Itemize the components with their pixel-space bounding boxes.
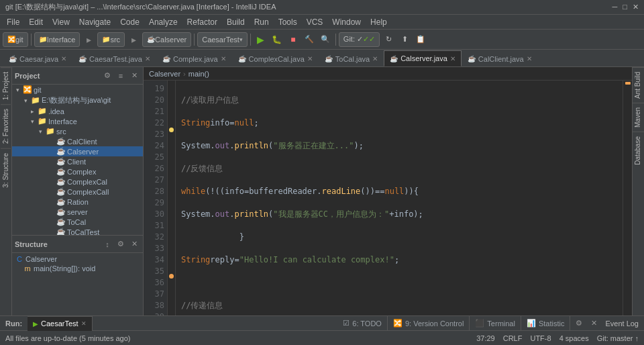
tree-item-tocal[interactable]: ▸ ☕ ToCal	[12, 217, 143, 227]
tab-calclient-close[interactable]: ✕	[527, 55, 532, 62]
tab-complex-close[interactable]: ✕	[221, 55, 226, 62]
tab-caesar-close[interactable]: ✕	[61, 55, 66, 62]
toolbar-git-status[interactable]: Git: ✓ ✓ ✓	[339, 32, 380, 47]
menu-help[interactable]: Help	[366, 16, 391, 28]
bottom-settings-btn[interactable]: ⚙	[573, 317, 585, 330]
tree-item-server[interactable]: ▸ ☕ server	[12, 207, 143, 217]
menu-vcs[interactable]: VCS	[303, 16, 327, 28]
breadcrumb-main[interactable]: main()	[189, 70, 209, 78]
right-label-ant[interactable]: Ant Build	[633, 67, 644, 103]
toolbar-search[interactable]: 🔍	[318, 32, 333, 47]
tab-calserver[interactable]: ☕ Calserver.java ✕	[384, 50, 462, 66]
code-line-22: //反馈信息	[181, 163, 617, 175]
menu-analyze[interactable]: Analyze	[145, 16, 182, 28]
status-encoding[interactable]: UTF-8	[530, 334, 551, 342]
tab-complex[interactable]: ☕ Complex.java ✕	[156, 50, 232, 66]
menu-window[interactable]: Window	[328, 16, 365, 28]
structure-settings-btn[interactable]: ⚙	[115, 238, 127, 250]
left-label-favorites[interactable]: 2: Favorites	[1, 104, 11, 148]
tree-item-complex[interactable]: ▸ ☕ Complex	[12, 166, 143, 177]
bottom-tab-terminal[interactable]: ⬛ Terminal	[470, 316, 521, 331]
tree-item-interface[interactable]: ▾ 📁 Interface	[12, 116, 143, 126]
right-label-database[interactable]: Database	[633, 132, 644, 169]
gutter-dots	[168, 81, 176, 315]
structure-hide-btn[interactable]: ✕	[128, 238, 140, 250]
status-indent[interactable]: 4 spaces	[559, 334, 589, 342]
vcs-log[interactable]: 📋	[413, 32, 428, 47]
code-content[interactable]: //读取用户信息 String info=null; System.out.pr…	[176, 81, 623, 315]
tree-item-complexcall[interactable]: ▸ ☕ ComplexCall	[12, 187, 143, 197]
stop-btn[interactable]: ■	[286, 32, 301, 47]
bottom-hide-btn[interactable]: ✕	[588, 317, 600, 330]
tab-calclient[interactable]: ☕ CalClient.java ✕	[462, 50, 538, 66]
tree-label-server: server	[67, 208, 88, 216]
run-btn[interactable]: ▶	[254, 32, 268, 47]
toolbar-interface[interactable]: 📁 Interface	[34, 32, 80, 47]
tree-label-root: E:\数据结构与java\git	[42, 95, 111, 105]
menu-tools[interactable]: Tools	[274, 16, 301, 28]
maximize-btn[interactable]: □	[623, 3, 627, 11]
tree-item-idea[interactable]: ▸ 📁 .idea	[12, 106, 143, 116]
tab-tocal[interactable]: ☕ ToCal.java ✕	[319, 50, 384, 66]
structure-class[interactable]: C Calserver	[12, 254, 143, 264]
run-tab-caesartest-close[interactable]: ✕	[81, 320, 87, 327]
minimize-btn[interactable]: ─	[612, 3, 618, 11]
tree-item-root[interactable]: ▾ 📁 E:\数据结构与java\git	[12, 95, 143, 106]
left-label-structure[interactable]: 3: Structure	[1, 148, 11, 192]
toolbar-src[interactable]: 📁 src	[97, 32, 125, 47]
toolbar-caesartest[interactable]: CaesarTest ▾	[197, 32, 248, 47]
project-settings-btn[interactable]: ≡	[115, 70, 127, 82]
tree-item-src[interactable]: ▾ 📁 src	[12, 126, 143, 136]
tree-label-interface: Interface	[48, 117, 77, 126]
tree-item-ration[interactable]: ▸ ☕ Ration	[12, 197, 143, 207]
menu-run[interactable]: Run	[250, 16, 273, 28]
menu-edit[interactable]: Edit	[25, 16, 47, 28]
tab-complexcal-close[interactable]: ✕	[307, 55, 313, 62]
menu-refactor[interactable]: Refactor	[183, 16, 221, 28]
tree-item-calclient[interactable]: ▸ ☕ CalClient	[12, 136, 143, 146]
tab-calserver-close[interactable]: ✕	[450, 55, 455, 62]
tree-item-git[interactable]: ▾ 🔀 git	[12, 85, 143, 95]
project-hide-btn[interactable]: ✕	[128, 70, 140, 82]
structure-sort-btn[interactable]: ↕	[101, 238, 113, 250]
tree-icon-server: ☕	[56, 207, 66, 216]
vcs-update[interactable]: ↻	[381, 32, 396, 47]
tree-item-tocaltest[interactable]: ▸ ☕ ToCalTest	[12, 227, 143, 235]
menu-code[interactable]: Code	[116, 16, 144, 28]
project-sync-btn[interactable]: ⚙	[101, 70, 113, 82]
structure-method[interactable]: m main(String[]): void	[12, 264, 143, 273]
status-position[interactable]: 37:29	[476, 334, 495, 342]
left-label-project[interactable]: 1: Project	[1, 67, 11, 104]
tab-tocal-close[interactable]: ✕	[372, 55, 378, 62]
tab-caesartest[interactable]: ☕ CaesarTest.java ✕	[72, 50, 156, 66]
event-log-btn[interactable]: Event Log	[602, 319, 641, 328]
right-label-maven[interactable]: Maven	[633, 103, 644, 132]
bottom-tab-statistic[interactable]: 📊 Statistic	[521, 316, 571, 331]
code-area[interactable]: 19 20 21 22 23 24 25 26 27 28 29 30 31 3…	[144, 81, 632, 315]
tab-caesar[interactable]: ☕ Caesar.java ✕	[3, 50, 72, 66]
code-line-27	[181, 277, 617, 289]
toolbar-calserver[interactable]: ☕ Calserver	[142, 32, 191, 47]
menu-build[interactable]: Build	[223, 16, 249, 28]
tree-item-complexcal[interactable]: ▸ ☕ ComplexCal	[12, 177, 143, 187]
menu-view[interactable]: View	[48, 16, 74, 28]
bottom-tab-vcs[interactable]: 🔀 9: Version Control	[388, 316, 470, 331]
tab-caesartest-close[interactable]: ✕	[145, 55, 150, 62]
run-tab-caesartest[interactable]: ▶ CaesarTest ✕	[28, 316, 93, 331]
menu-file[interactable]: File	[3, 16, 23, 28]
breadcrumb-calserver[interactable]: Calserver	[149, 70, 180, 78]
code-line-20: String info=null;	[181, 117, 617, 129]
status-line-ending[interactable]: CRLF	[503, 334, 523, 342]
bottom-tab-todo[interactable]: ☑ 6: TODO	[337, 316, 388, 331]
toolbar-git[interactable]: 🔀 git	[3, 32, 28, 47]
debug-btn[interactable]: 🐛	[270, 32, 284, 47]
close-btn[interactable]: ✕	[633, 3, 639, 11]
build-btn[interactable]: 🔨	[302, 32, 317, 47]
line-numbers: 19 20 21 22 23 24 25 26 27 28 29 30 31 3…	[144, 81, 168, 315]
menu-navigate[interactable]: Navigate	[75, 16, 115, 28]
status-git[interactable]: Git: master ↑	[597, 334, 639, 342]
tree-item-client[interactable]: ▸ ☕ Client	[12, 156, 143, 166]
tab-complexcal[interactable]: ☕ ComplexCal.java ✕	[232, 50, 319, 66]
tree-item-calserver[interactable]: ▸ ☕ Calserver	[12, 146, 143, 156]
vcs-push[interactable]: ⬆	[397, 32, 412, 47]
